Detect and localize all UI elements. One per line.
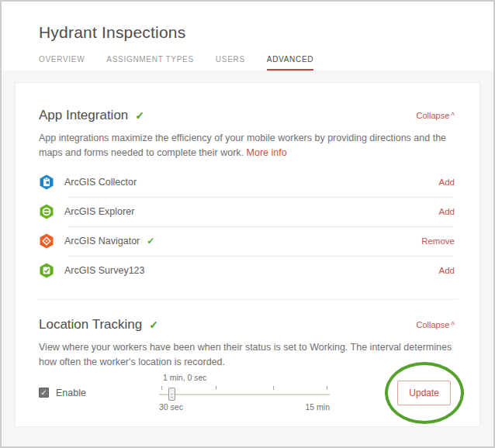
app-row-explorer: ArcGIS Explorer Add: [39, 197, 455, 226]
app-name: ArcGIS Navigator: [64, 236, 140, 246]
slider-handle[interactable]: [168, 388, 175, 401]
page-header: Hydrant Inspections OVERVIEW ASSIGNMENT …: [2, 2, 493, 71]
update-button[interactable]: Update: [397, 381, 451, 405]
slider-min-label: 30 sec: [159, 402, 183, 412]
update-button-wrap: Update: [397, 381, 451, 405]
settings-card: App Integration ✓ Collapse^ App integrat…: [15, 82, 480, 427]
enable-group: ✓ Enable: [39, 388, 159, 398]
slider-tick: [216, 386, 216, 390]
app-list: ArcGIS Collector Add ArcGIS Explorer Add: [39, 167, 455, 285]
location-tracking-header: Location Tracking ✓ Collapse^: [39, 317, 455, 333]
arcgis-explorer-icon: [39, 204, 54, 219]
app-integration-description: App integrations maximize the efficiency…: [39, 131, 453, 161]
slider-value-label: 1 min, 0 sec: [163, 373, 207, 382]
caret-up-icon: ^: [451, 321, 455, 329]
location-tracking-title: Location Tracking ✓: [39, 317, 158, 333]
slider-tick: [327, 386, 327, 390]
app-integration-title: App Integration ✓: [39, 108, 144, 123]
slider-max-label: 15 min: [305, 402, 330, 412]
app-name: ArcGIS Survey123: [64, 265, 145, 276]
checkbox-check-icon: ✓: [40, 388, 47, 397]
slider-tick: [161, 386, 162, 390]
tab-advanced[interactable]: ADVANCED: [267, 55, 313, 71]
app-name: ArcGIS Collector: [64, 177, 137, 188]
app-integration-header: App Integration ✓ Collapse^: [39, 108, 455, 123]
interval-slider: 1 min, 0 sec 30 sec 15 min: [159, 373, 330, 413]
arcgis-navigator-icon: [39, 233, 54, 249]
tab-overview[interactable]: OVERVIEW: [39, 55, 85, 71]
location-tracking-description: View where your workers have been when t…: [39, 340, 453, 370]
app-integration-collapse-link[interactable]: Collapse^: [416, 111, 455, 120]
enable-checkbox[interactable]: ✓: [39, 388, 49, 398]
tab-assignment-types[interactable]: ASSIGNMENT TYPES: [106, 55, 194, 71]
advanced-tab-content: App Integration ✓ Collapse^ App integrat…: [2, 71, 493, 448]
section-divider: [37, 299, 458, 300]
explorer-add-link[interactable]: Add: [439, 207, 455, 216]
survey123-add-link[interactable]: Add: [439, 266, 455, 275]
app-name: ArcGIS Explorer: [64, 206, 134, 217]
app-row-collector: ArcGIS Collector Add: [39, 167, 455, 197]
location-tracking-controls: ✓ Enable 1 min, 0 sec 30 sec 15 min: [39, 373, 455, 413]
enable-label: Enable: [56, 388, 86, 398]
slider-track[interactable]: [159, 394, 330, 395]
workforce-project-page: Hydrant Inspections OVERVIEW ASSIGNMENT …: [0, 0, 495, 448]
page-title: Hydrant Inspections: [39, 23, 456, 42]
arcgis-survey123-icon: [39, 263, 54, 278]
location-tracking-collapse-link[interactable]: Collapse^: [416, 320, 455, 329]
arcgis-collector-icon: [39, 174, 54, 190]
section-check-icon: ✓: [149, 319, 158, 331]
tab-users[interactable]: USERS: [216, 55, 245, 71]
app-row-navigator: ArcGIS Navigator ✓ Remove: [39, 226, 455, 256]
slider-tick: [273, 386, 274, 390]
navigator-check-icon: ✓: [147, 236, 154, 246]
app-row-survey123: ArcGIS Survey123 Add: [39, 256, 455, 285]
caret-up-icon: ^: [451, 112, 455, 120]
more-info-link[interactable]: More info: [247, 147, 287, 158]
collector-add-link[interactable]: Add: [439, 177, 455, 187]
tab-bar: OVERVIEW ASSIGNMENT TYPES USERS ADVANCED: [39, 55, 456, 71]
navigator-remove-link[interactable]: Remove: [421, 236, 455, 246]
section-check-icon: ✓: [135, 109, 144, 122]
